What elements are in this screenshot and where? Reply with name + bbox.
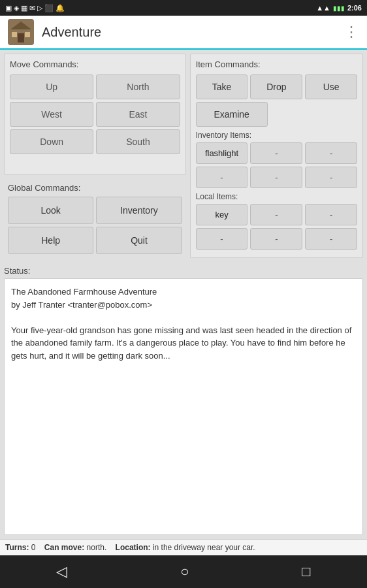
local-slot-2[interactable]: - [250, 204, 302, 225]
turns-value: 0 [31, 543, 36, 552]
bottom-info-bar: Turns: 0 Can move: north. Location: in t… [0, 539, 367, 555]
inventory-slot-6[interactable]: - [305, 167, 357, 188]
nav-bar: ◁ ○ □ [0, 555, 367, 588]
wifi-icon: ▲▲ [316, 4, 330, 12]
status-text: The Abandoned Farmhouse Adventureby Jeff… [11, 287, 351, 361]
global-commands-panel: Global Commands: Look Inventory Help Qui… [4, 179, 186, 258]
inventory-slot-5[interactable]: - [250, 167, 302, 188]
status-bar-right: ▲▲ ▮▮▮ 2:06 [316, 4, 362, 12]
app-icon [8, 19, 34, 45]
south-button[interactable]: South [96, 129, 180, 154]
turns-label: Turns: [5, 543, 29, 552]
look-button[interactable]: Look [8, 197, 93, 224]
status-text-box: The Abandoned Farmhouse Adventureby Jeff… [4, 278, 363, 535]
item-commands-label: Item Commands: [196, 59, 357, 69]
can-move-label: Can move: [44, 543, 84, 552]
move-commands-label: Move Commands: [10, 59, 180, 69]
notification-icons: ▣ ◈ ▦ ✉ ▷ ⬛ 🔔 [5, 4, 65, 12]
time-display: 2:06 [347, 4, 362, 12]
down-button[interactable]: Down [10, 129, 93, 154]
right-column: Item Commands: Take Drop Use Examine Inv… [190, 54, 363, 258]
back-button[interactable]: ◁ [56, 563, 67, 580]
quit-button[interactable]: Quit [96, 227, 182, 254]
east-button[interactable]: East [96, 102, 180, 127]
inventory-items-label: Inventory Items: [196, 131, 357, 140]
menu-button[interactable]: ⋮ [344, 24, 359, 41]
inventory-slot-flashlight[interactable]: flashlight [196, 142, 248, 164]
item-commands-panel: Item Commands: Take Drop Use Examine Inv… [190, 54, 363, 258]
local-slot-6[interactable]: - [305, 228, 357, 250]
local-items-label: Local Items: [196, 192, 357, 201]
home-button[interactable]: ○ [180, 563, 189, 580]
status-label: Status: [4, 266, 363, 276]
local-slot-5[interactable]: - [250, 228, 302, 250]
left-column: Move Commands: Up North West East Down S… [4, 54, 186, 258]
drop-button[interactable]: Drop [250, 74, 302, 99]
app-bar: Adventure ⋮ [0, 16, 367, 50]
svg-rect-2 [18, 33, 24, 42]
use-button[interactable]: Use [305, 74, 357, 99]
up-button[interactable]: Up [10, 74, 93, 99]
inventory-slots: flashlight - - - - - [196, 142, 357, 188]
status-bar-left: ▣ ◈ ▦ ✉ ▷ ⬛ 🔔 [5, 4, 65, 12]
local-slot-3[interactable]: - [305, 204, 357, 225]
top-panels: Move Commands: Up North West East Down S… [0, 50, 367, 262]
examine-button[interactable]: Examine [196, 102, 268, 127]
move-grid: Up North West East Down South [10, 74, 180, 154]
svg-rect-3 [12, 32, 17, 37]
take-drop-use-row: Take Drop Use [196, 74, 357, 99]
global-grid: Look Inventory Help Quit [8, 197, 182, 254]
app-title: Adventure [42, 25, 344, 40]
svg-rect-4 [25, 32, 30, 37]
recent-apps-button[interactable]: □ [302, 563, 310, 580]
location-value: in the driveway near your car. [153, 543, 255, 552]
take-button[interactable]: Take [196, 74, 248, 99]
can-move-value: north. [87, 543, 107, 552]
west-button[interactable]: West [10, 102, 93, 127]
local-slot-4[interactable]: - [196, 228, 248, 250]
examine-row: Examine [196, 102, 357, 127]
local-slots: key - - - - - [196, 204, 357, 250]
svg-marker-1 [10, 22, 31, 29]
inventory-slot-4[interactable]: - [196, 167, 248, 188]
move-commands-panel: Move Commands: Up North West East Down S… [4, 54, 186, 175]
status-bar: ▣ ◈ ▦ ✉ ▷ ⬛ 🔔 ▲▲ ▮▮▮ 2:06 [0, 0, 367, 16]
global-commands-label: Global Commands: [8, 183, 182, 193]
main-content: Move Commands: Up North West East Down S… [0, 50, 367, 539]
inventory-slot-2[interactable]: - [250, 142, 302, 164]
battery-icon: ▮▮▮ [333, 5, 345, 12]
inventory-button[interactable]: Inventory [96, 197, 182, 224]
location-label: Location: [116, 543, 151, 552]
north-button[interactable]: North [96, 74, 180, 99]
local-slot-key[interactable]: key [196, 204, 248, 225]
status-area: Status: The Abandoned Farmhouse Adventur… [0, 262, 367, 539]
help-button[interactable]: Help [8, 227, 93, 254]
inventory-slot-3[interactable]: - [305, 142, 357, 164]
